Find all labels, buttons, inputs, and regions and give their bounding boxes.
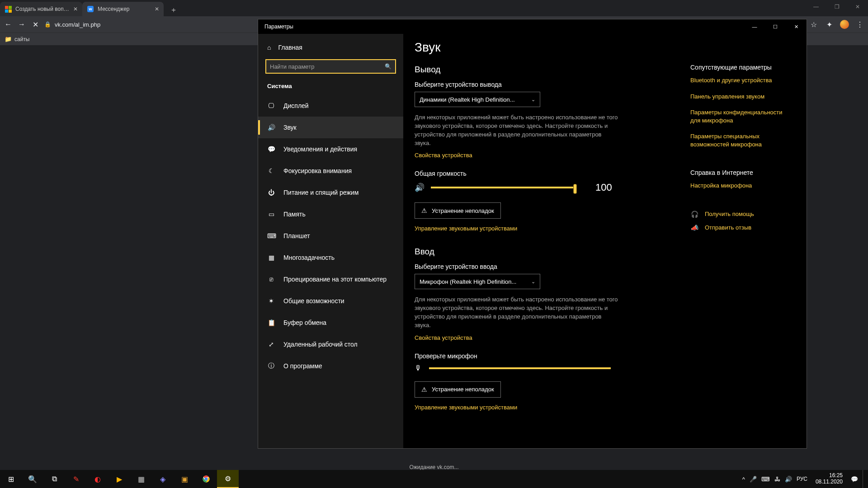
sidebar-item-1[interactable]: 🔊Звук (258, 117, 403, 138)
feedback-icon: 📣 (690, 224, 698, 231)
tab-title: Мессенджер (98, 6, 129, 12)
help-link[interactable]: Настройка микрофона (690, 182, 790, 190)
forward-icon[interactable]: → (17, 20, 26, 28)
sidebar-item-label: Проецирование на этот компьютер (283, 276, 387, 283)
settings-main: Звук Вывод Выберите устройство вывода Ди… (404, 34, 807, 448)
sidebar-item-10[interactable]: 📋Буфер обмена (258, 312, 403, 333)
taskbar-app[interactable]: ▦ (130, 470, 152, 488)
tray-network-icon[interactable]: 🖧 (774, 476, 780, 483)
chrome-close-button[interactable]: ✕ (847, 0, 868, 14)
back-icon[interactable]: ← (4, 20, 13, 28)
taskbar-app[interactable]: ◈ (152, 470, 174, 488)
sidebar-item-7[interactable]: ▦Многозадачность (258, 247, 403, 268)
feedback-link[interactable]: 📣 Отправить отзыв (690, 224, 793, 231)
output-troubleshoot-button[interactable]: ⚠ Устранение неполадок (415, 202, 501, 219)
sidebar-item-11[interactable]: ⤢Удаленный рабочий стол (258, 333, 403, 355)
new-tab-button[interactable]: ＋ (167, 4, 180, 16)
related-link[interactable]: Параметры специальных возможностей микро… (690, 132, 790, 148)
taskbar: ⊞ 🔍 ⧉ ✎ ◐ ▶ ▦ ◈ ▣ ⚙ ^ 🎤 ⌨ 🖧 🔊 РУС 16:25 … (0, 470, 868, 488)
tray-keyboard-icon[interactable]: ⌨ (761, 476, 770, 483)
browser-tab-1[interactable]: w Мессенджер ✕ (82, 2, 164, 16)
menu-icon[interactable]: ⋮ (855, 20, 864, 29)
tray-clock[interactable]: 16:25 08.11.2020 (812, 473, 846, 485)
output-device-value: Динамики (Realtek High Definition... (420, 96, 515, 103)
tab-close-icon[interactable]: ✕ (155, 6, 159, 12)
sidebar-item-label: Планшет (283, 232, 310, 239)
settings-minimize-button[interactable]: — (744, 19, 765, 34)
warning-icon: ⚠ (421, 386, 427, 393)
warning-icon: ⚠ (421, 207, 427, 214)
tray-volume-icon[interactable]: 🔊 (785, 476, 792, 483)
extensions-icon[interactable]: ✦ (825, 20, 834, 29)
output-heading: Вывод (415, 65, 690, 75)
tray-mic-icon[interactable]: 🎤 (750, 476, 757, 483)
profile-avatar-icon[interactable] (840, 20, 849, 29)
taskbar-app[interactable]: ▶ (108, 470, 130, 488)
get-help-link[interactable]: 🎧 Получить помощь (690, 211, 793, 218)
sidebar-item-9[interactable]: ✶Общие возможности (258, 290, 403, 312)
related-link[interactable]: Bluetooth и другие устройства (690, 76, 790, 84)
projecting-icon: ⎚ (267, 276, 275, 283)
settings-maximize-button[interactable]: ☐ (765, 19, 786, 34)
sidebar-item-3[interactable]: ☾Фокусировка внимания (258, 160, 403, 182)
related-link[interactable]: Панель управления звуком (690, 93, 790, 101)
star-icon[interactable]: ☆ (809, 20, 818, 29)
address-bar[interactable]: 🔒 vk.com/al_im.php (44, 21, 100, 28)
sidebar-search[interactable]: 🔍 (265, 59, 396, 74)
microphone-icon: 🎙 (415, 364, 422, 372)
action-center-icon[interactable]: 💬 (851, 476, 858, 483)
tray-date: 08.11.2020 (816, 479, 843, 485)
task-view-icon[interactable]: ⧉ (43, 470, 65, 488)
volume-slider[interactable] (431, 187, 576, 188)
settings-titlebar[interactable]: Параметры — ☐ ✕ (258, 19, 807, 34)
sidebar-item-0[interactable]: 🖵Дисплей (258, 95, 403, 117)
sidebar-item-label: Удаленный рабочий стол (283, 341, 358, 348)
sidebar-item-6[interactable]: ⌨Планшет (258, 225, 403, 247)
taskbar-app[interactable]: ✎ (65, 470, 87, 488)
input-device-dropdown[interactable]: Микрофон (Realtek High Definition... ⌄ (415, 274, 540, 289)
chrome-maximize-button[interactable]: ❐ (826, 0, 847, 14)
taskbar-settings-icon[interactable]: ⚙ (217, 470, 239, 488)
taskbar-app[interactable]: ◐ (87, 470, 108, 488)
output-manage-link[interactable]: Управление звуковыми устройствами (415, 225, 517, 232)
sidebar-item-label: Общие возможности (283, 297, 344, 305)
home-icon: ⌂ (267, 44, 271, 51)
taskbar-chrome-icon[interactable] (195, 470, 217, 488)
slider-thumb[interactable] (573, 184, 577, 194)
taskbar-search-icon[interactable]: 🔍 (22, 470, 43, 488)
tray-language[interactable]: РУС (797, 476, 807, 482)
sidebar-item-5[interactable]: ▭Память (258, 203, 403, 225)
about-icon: ⓘ (267, 362, 275, 370)
output-properties-link[interactable]: Свойства устройства (415, 152, 472, 159)
tab-close-icon[interactable]: ✕ (73, 6, 78, 12)
url-text: vk.com/al_im.php (55, 21, 100, 28)
related-link[interactable]: Параметры конфиденциальности для микрофо… (690, 108, 790, 124)
chrome-minimize-button[interactable]: — (806, 0, 826, 14)
chrome-window-controls: — ❐ ✕ (806, 0, 868, 14)
sidebar-item-12[interactable]: ⓘО программе (258, 355, 403, 377)
lock-icon: 🔒 (44, 21, 51, 28)
sidebar-home[interactable]: ⌂ Главная (258, 40, 403, 57)
bookmark-folder[interactable]: сайты (14, 36, 30, 42)
input-manage-link[interactable]: Управление звуковыми устройствами (415, 404, 517, 411)
shared-icon: ✶ (267, 297, 275, 305)
output-device-dropdown[interactable]: Динамики (Realtek High Definition... ⌄ (415, 92, 540, 107)
search-input[interactable] (270, 63, 385, 70)
tray-chevron-icon[interactable]: ^ (742, 476, 745, 483)
folder-icon: 📁 (5, 36, 12, 42)
start-button[interactable]: ⊞ (0, 470, 22, 488)
feedback-label: Отправить отзыв (705, 224, 751, 231)
sidebar-item-label: О программе (283, 362, 322, 370)
browser-tab-0[interactable]: Создать новый вопрос или нач ✕ (0, 2, 82, 16)
taskbar-app[interactable]: ▣ (174, 470, 195, 488)
sidebar-item-2[interactable]: 💬Уведомления и действия (258, 138, 403, 160)
input-troubleshoot-button[interactable]: ⚠ Устранение неполадок (415, 381, 501, 398)
sidebar-item-4[interactable]: ⏻Питание и спящий режим (258, 182, 403, 203)
stop-icon[interactable]: ✕ (31, 20, 40, 29)
input-heading: Ввод (415, 247, 690, 257)
show-desktop-button[interactable] (863, 470, 865, 488)
sidebar-item-8[interactable]: ⎚Проецирование на этот компьютер (258, 268, 403, 290)
input-properties-link[interactable]: Свойства устройства (415, 334, 472, 341)
settings-close-button[interactable]: ✕ (786, 19, 807, 34)
speaker-icon[interactable]: 🔊 (415, 183, 425, 192)
